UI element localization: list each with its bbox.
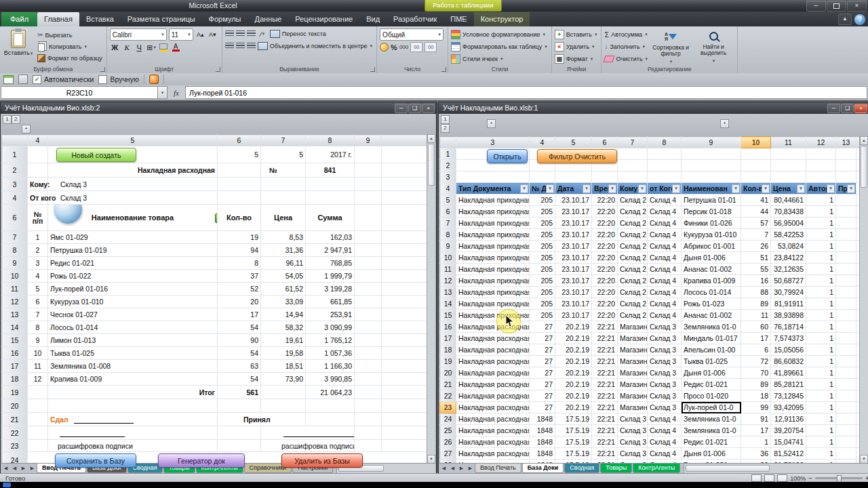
row-header[interactable]: 18	[440, 344, 456, 356]
cell[interactable]	[355, 373, 382, 386]
cell[interactable]: 30,79924	[771, 287, 806, 298]
cell[interactable]: Дыня 01-006	[682, 367, 741, 379]
cell[interactable]: 2	[28, 244, 48, 257]
cell[interactable]: 27	[530, 402, 555, 413]
cell[interactable]: 1	[806, 241, 836, 252]
window-restore-button[interactable]: ❏	[408, 104, 421, 113]
font-color-button[interactable]: А	[171, 42, 181, 53]
cell[interactable]	[618, 160, 648, 171]
cell[interactable]: 27	[530, 344, 555, 356]
cell[interactable]	[741, 148, 771, 160]
help-button[interactable]: ?	[854, 14, 865, 25]
cell[interactable]: Тыква 01-025	[48, 347, 218, 360]
doc-type-cell[interactable]: Накладная расходная	[48, 163, 218, 178]
cell[interactable]: Редис 01-021	[682, 379, 741, 390]
cell[interactable]	[261, 386, 306, 399]
to-value-cell[interactable]: Склад 3	[48, 178, 218, 191]
cell[interactable]: Склад 2	[618, 287, 648, 298]
cell[interactable]: 7	[741, 229, 771, 241]
cell[interactable]: 22:20	[592, 252, 618, 264]
cell[interactable]	[682, 148, 741, 160]
cell[interactable]: 1848	[530, 425, 555, 436]
table-header-cell[interactable]: Автор▾	[806, 183, 836, 195]
filter-icon[interactable]: ▾	[672, 184, 680, 193]
row-header[interactable]: 27	[440, 448, 456, 460]
cell[interactable]	[771, 160, 806, 171]
cell[interactable]: 44	[741, 206, 771, 218]
cell[interactable]: Накладная расходная	[456, 390, 530, 402]
cell[interactable]: 1	[741, 436, 771, 448]
cell[interactable]: 23.10.17	[555, 252, 592, 264]
cell[interactable]: Склад 4	[648, 264, 682, 275]
row-header[interactable]: 20	[2, 399, 28, 413]
cell[interactable]	[836, 436, 856, 448]
cell[interactable]: 1	[806, 275, 836, 287]
outline-level-button[interactable]: 1	[441, 115, 450, 124]
handed-cell[interactable]: Сдал	[48, 413, 218, 426]
underline-button[interactable]: Ч	[134, 42, 144, 53]
table-header-cell[interactable]: Кому▾	[618, 183, 648, 195]
cell[interactable]: 23.10.17	[555, 287, 592, 298]
header-sum[interactable]: Сумма	[306, 205, 355, 231]
cell[interactable]: 22:20	[592, 310, 618, 321]
cell[interactable]: Лук-порей 01-0	[682, 402, 741, 413]
cell[interactable]	[48, 426, 218, 440]
col-header[interactable]: 9	[355, 135, 382, 146]
cell[interactable]: 72	[741, 356, 771, 367]
col-header[interactable]: 7	[261, 135, 306, 146]
cell[interactable]: 6	[741, 344, 771, 356]
scroll-up-arrow[interactable]: ▲	[860, 136, 868, 145]
cell[interactable]: 17.5.19	[555, 448, 592, 460]
cell[interactable]: 22:20	[592, 264, 618, 275]
total-sum-cell[interactable]: 21 064,23	[306, 386, 355, 399]
cell[interactable]: 22:21	[592, 402, 618, 413]
italic-button[interactable]: К	[122, 42, 132, 53]
cell[interactable]: Дыня 01-006	[682, 448, 741, 460]
cell[interactable]: 205	[530, 218, 555, 229]
cell[interactable]: Склад 4	[648, 275, 682, 287]
cell[interactable]	[355, 334, 382, 347]
row-header[interactable]: 12	[440, 275, 456, 287]
row-header[interactable]: 1	[2, 146, 28, 163]
cell[interactable]: Накладная приходная	[456, 218, 530, 229]
borders-button[interactable]: ⊞▾	[146, 42, 157, 53]
cell[interactable]: 32,12635	[771, 264, 806, 275]
cell[interactable]: Лосось 01-014	[682, 287, 741, 298]
row-header[interactable]: 19	[2, 386, 28, 399]
cell[interactable]: 56,95004	[771, 218, 806, 229]
paste-button[interactable]: Вставить▾	[3, 28, 34, 64]
col-header[interactable]: 8	[306, 135, 355, 146]
row-header[interactable]: 9	[2, 257, 28, 270]
cell[interactable]: 41	[741, 195, 771, 206]
cell[interactable]: Накладная приходная	[456, 252, 530, 264]
cell[interactable]	[836, 206, 856, 218]
cell[interactable]: 22:21	[592, 367, 618, 379]
cell[interactable]: Магазин	[618, 379, 648, 390]
cell[interactable]: 53,0824	[771, 241, 806, 252]
cell[interactable]	[355, 244, 382, 257]
row-header[interactable]: 21	[2, 413, 28, 426]
cell[interactable]	[836, 448, 856, 460]
cell[interactable]: Магазин	[618, 367, 648, 379]
cell[interactable]: 58,42253	[771, 229, 806, 241]
cell[interactable]: 33,09	[261, 296, 306, 308]
insert-cells-button[interactable]: +Вставить▾	[555, 29, 597, 39]
outline-level-button[interactable]: 2	[441, 124, 450, 133]
wrap-text-button[interactable]: Перенос текста	[270, 29, 326, 39]
cell[interactable]: 22:21	[592, 344, 618, 356]
cell[interactable]	[261, 399, 306, 413]
row-header[interactable]: 20	[440, 367, 456, 379]
cell[interactable]: Кукуруза 01-010	[682, 229, 741, 241]
cell[interactable]	[771, 171, 806, 183]
cell[interactable]: 3 990,85	[306, 373, 355, 386]
cell[interactable]	[355, 440, 382, 452]
cell[interactable]: Накладная приходная	[456, 195, 530, 206]
cell[interactable]: 15,04741	[771, 436, 806, 448]
cell[interactable]: 3	[28, 257, 48, 270]
cell[interactable]: Склад 2	[618, 310, 648, 321]
dialog-launcher[interactable]	[370, 67, 375, 72]
row-header[interactable]: 3	[440, 171, 456, 183]
cell[interactable]	[456, 171, 530, 183]
row-header[interactable]: 8	[440, 229, 456, 241]
cell[interactable]: 70,83438	[771, 206, 806, 218]
